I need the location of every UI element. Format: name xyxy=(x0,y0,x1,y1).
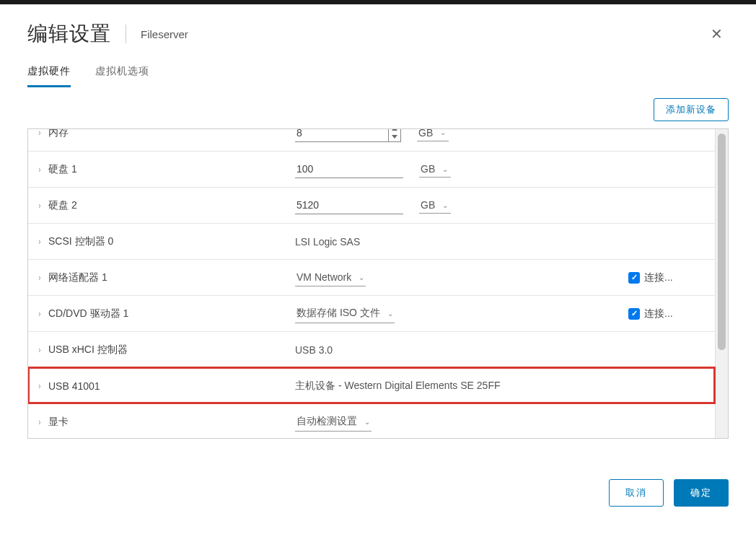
chevron-down-icon: ⌄ xyxy=(440,128,446,136)
usb-controller-value: USB 3.0 xyxy=(295,344,333,356)
disk1-unit-label: GB xyxy=(421,163,435,175)
cancel-button[interactable]: 取消 xyxy=(609,479,664,507)
cdrom-label: CD/DVD 驱动器 1 xyxy=(48,307,128,320)
dialog-title: 编辑设置 xyxy=(27,20,111,48)
row-usb-device-41001: › USB 41001 主机设备 - Western Digital Eleme… xyxy=(28,367,715,403)
cdrom-source-select[interactable]: 数据存储 ISO 文件 ⌄ xyxy=(295,304,395,323)
disk2-unit-label: GB xyxy=(421,199,435,211)
row-usb-xhci-controller: › USB xHCI 控制器 USB 3.0 xyxy=(28,331,715,367)
tab-virtual-hardware[interactable]: 虚拟硬件 xyxy=(27,61,71,87)
network-connect-label: 连接... xyxy=(644,271,673,284)
usb-device-value: 主机设备 - Western Digital Elements SE 25FF xyxy=(295,380,500,393)
video-value: 自动检测设置 xyxy=(296,415,357,428)
cdrom-value: 数据存储 ISO 文件 xyxy=(296,307,380,320)
network-value: VM Network xyxy=(296,271,351,283)
network-connected-checkbox[interactable]: ✓ xyxy=(628,272,640,284)
row-memory: › 内存 GB ⌄ xyxy=(28,128,715,151)
chevron-right-icon[interactable]: › xyxy=(39,381,41,391)
scsi-value: LSI Logic SAS xyxy=(295,236,360,248)
scrollbar[interactable] xyxy=(715,129,728,438)
ok-button[interactable]: 确定 xyxy=(674,479,729,507)
chevron-right-icon[interactable]: › xyxy=(39,309,41,319)
usb-device-label: USB 41001 xyxy=(48,380,100,392)
net-label: 网络适配器 1 xyxy=(48,271,107,284)
chevron-right-icon[interactable]: › xyxy=(39,128,41,138)
dialog-footer: 取消 确定 xyxy=(27,479,729,507)
chevron-right-icon[interactable]: › xyxy=(39,345,41,355)
chevron-down-icon: ⌄ xyxy=(442,165,448,173)
chevron-right-icon[interactable]: › xyxy=(39,417,41,427)
row-hard-disk-1: › 硬盘 1 GB ⌄ xyxy=(28,151,715,187)
chevron-right-icon[interactable]: › xyxy=(39,201,41,211)
dialog-header: 编辑设置 Fileserver ✕ xyxy=(27,4,729,61)
row-network-adapter-1: › 网络适配器 1 VM Network ⌄ ✓ 连接... xyxy=(28,259,715,295)
video-label: 显卡 xyxy=(48,416,69,429)
cdrom-connect-label: 连接... xyxy=(644,307,673,320)
usb-controller-label: USB xHCI 控制器 xyxy=(48,343,128,356)
close-icon[interactable]: ✕ xyxy=(705,22,729,45)
hardware-panel: › 内存 GB ⌄ › xyxy=(27,128,729,439)
video-settings-select[interactable]: 自动检测设置 ⌄ xyxy=(295,412,372,432)
tab-bar: 虚拟硬件 虚拟机选项 xyxy=(27,61,729,88)
memory-stepper[interactable] xyxy=(388,128,401,142)
row-cd-dvd-drive-1: › CD/DVD 驱动器 1 数据存储 ISO 文件 ⌄ ✓ 连接... xyxy=(28,295,715,331)
title-divider xyxy=(126,25,126,43)
memory-input[interactable] xyxy=(295,128,389,142)
chevron-right-icon[interactable]: › xyxy=(39,165,41,175)
chevron-down-icon: ⌄ xyxy=(364,418,370,426)
disk2-size-input[interactable] xyxy=(295,196,403,214)
tab-vm-options[interactable]: 虚拟机选项 xyxy=(95,61,149,87)
add-device-row: 添加新设备 xyxy=(27,98,729,121)
disk1-label: 硬盘 1 xyxy=(48,163,77,176)
disk1-unit-select[interactable]: GB ⌄ xyxy=(419,161,451,178)
chevron-right-icon[interactable]: › xyxy=(39,273,41,283)
vm-name: Fileserver xyxy=(141,28,188,40)
scrollbar-thumb[interactable] xyxy=(718,134,726,350)
chevron-down-icon: ⌄ xyxy=(442,201,448,209)
hardware-list: › 内存 GB ⌄ › xyxy=(28,128,715,438)
memory-unit-label: GB xyxy=(418,128,433,139)
row-video-card: › 显卡 自动检测设置 ⌄ xyxy=(28,403,715,439)
disk2-label: 硬盘 2 xyxy=(48,199,77,212)
row-scsi-controller-0: › SCSI 控制器 0 LSI Logic SAS xyxy=(28,223,715,259)
add-new-device-button[interactable]: 添加新设备 xyxy=(654,98,729,121)
chevron-right-icon[interactable]: › xyxy=(39,237,41,247)
edit-settings-dialog: 编辑设置 Fileserver ✕ 虚拟硬件 虚拟机选项 添加新设备 › 内存 xyxy=(0,4,756,521)
disk2-unit-select[interactable]: GB ⌄ xyxy=(419,197,451,214)
chevron-down-icon: ⌄ xyxy=(387,310,393,318)
chevron-down-icon: ⌄ xyxy=(359,273,364,281)
cdrom-connected-checkbox[interactable]: ✓ xyxy=(628,308,640,320)
row-hard-disk-2: › 硬盘 2 GB ⌄ xyxy=(28,187,715,223)
disk1-size-input[interactable] xyxy=(295,160,403,178)
memory-unit-select[interactable]: GB ⌄ xyxy=(417,128,449,141)
scsi-label: SCSI 控制器 0 xyxy=(48,235,113,248)
network-select[interactable]: VM Network ⌄ xyxy=(295,268,366,286)
memory-label: 内存 xyxy=(48,128,69,139)
